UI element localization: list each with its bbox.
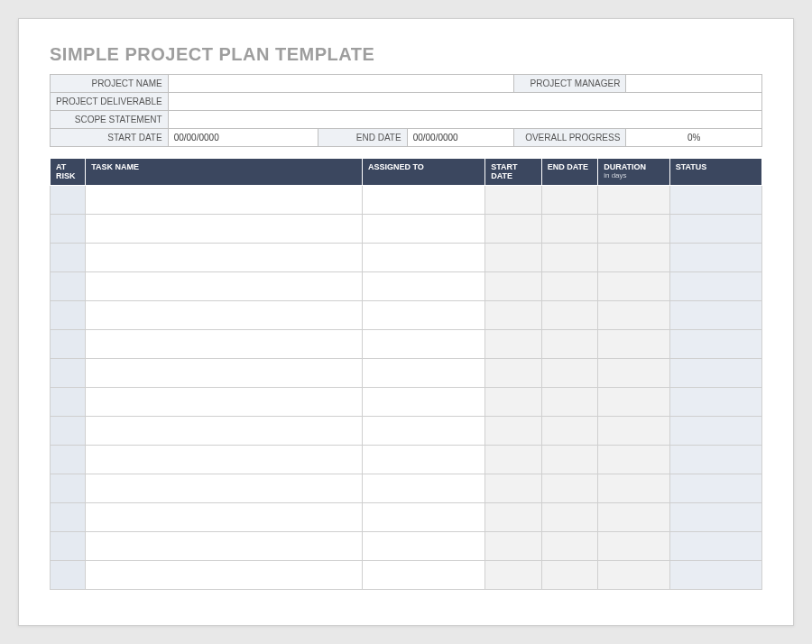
task-name-cell[interactable] — [86, 503, 363, 532]
task-name-cell[interactable] — [86, 186, 363, 215]
assigned-to-cell[interactable] — [362, 388, 484, 417]
start-date-cell[interactable] — [485, 359, 541, 388]
status-cell[interactable] — [669, 446, 761, 474]
task-name-cell[interactable] — [86, 417, 363, 446]
status-cell[interactable] — [669, 417, 761, 446]
at-risk-cell[interactable] — [51, 446, 86, 474]
start-date-cell[interactable] — [485, 186, 541, 215]
project-manager-field[interactable] — [626, 75, 762, 93]
duration-cell[interactable] — [598, 503, 670, 532]
task-name-cell[interactable] — [86, 388, 363, 417]
at-risk-cell[interactable] — [51, 244, 86, 272]
status-cell[interactable] — [669, 359, 761, 388]
status-cell[interactable] — [669, 330, 761, 359]
assigned-to-cell[interactable] — [362, 186, 484, 215]
at-risk-cell[interactable] — [51, 301, 86, 330]
end-date-field[interactable]: 00/00/0000 — [407, 129, 513, 147]
duration-cell[interactable] — [598, 561, 670, 590]
task-name-cell[interactable] — [86, 215, 363, 244]
start-date-field[interactable]: 00/00/0000 — [168, 129, 318, 147]
end-date-cell[interactable] — [541, 359, 597, 388]
task-name-cell[interactable] — [86, 272, 363, 301]
start-date-cell[interactable] — [485, 272, 541, 301]
assigned-to-cell[interactable] — [362, 215, 484, 244]
start-date-cell[interactable] — [485, 561, 541, 590]
duration-cell[interactable] — [598, 215, 670, 244]
at-risk-cell[interactable] — [51, 359, 86, 388]
duration-cell[interactable] — [598, 301, 670, 330]
status-cell[interactable] — [669, 244, 761, 272]
task-name-cell[interactable] — [86, 532, 363, 561]
task-name-cell[interactable] — [86, 561, 363, 590]
status-cell[interactable] — [669, 186, 761, 215]
duration-cell[interactable] — [598, 186, 670, 215]
at-risk-cell[interactable] — [51, 561, 86, 590]
end-date-cell[interactable] — [541, 561, 597, 590]
end-date-cell[interactable] — [541, 446, 597, 474]
task-name-cell[interactable] — [86, 330, 363, 359]
end-date-cell[interactable] — [541, 244, 597, 272]
task-name-cell[interactable] — [86, 244, 363, 272]
assigned-to-cell[interactable] — [362, 359, 484, 388]
end-date-cell[interactable] — [541, 503, 597, 532]
task-name-cell[interactable] — [86, 301, 363, 330]
task-name-cell[interactable] — [86, 446, 363, 474]
status-cell[interactable] — [669, 503, 761, 532]
assigned-to-cell[interactable] — [362, 417, 484, 446]
start-date-cell[interactable] — [485, 417, 541, 446]
status-cell[interactable] — [669, 388, 761, 417]
duration-cell[interactable] — [598, 474, 670, 503]
duration-cell[interactable] — [598, 446, 670, 474]
at-risk-cell[interactable] — [51, 417, 86, 446]
assigned-to-cell[interactable] — [362, 561, 484, 590]
overall-progress-field[interactable]: 0% — [626, 129, 762, 147]
at-risk-cell[interactable] — [51, 330, 86, 359]
at-risk-cell[interactable] — [51, 474, 86, 503]
start-date-cell[interactable] — [485, 474, 541, 503]
at-risk-cell[interactable] — [51, 272, 86, 301]
at-risk-cell[interactable] — [51, 186, 86, 215]
end-date-cell[interactable] — [541, 532, 597, 561]
end-date-cell[interactable] — [541, 186, 597, 215]
at-risk-cell[interactable] — [51, 503, 86, 532]
status-cell[interactable] — [669, 474, 761, 503]
end-date-cell[interactable] — [541, 388, 597, 417]
start-date-cell[interactable] — [485, 446, 541, 474]
status-cell[interactable] — [669, 561, 761, 590]
project-name-field[interactable] — [168, 75, 513, 93]
status-cell[interactable] — [669, 215, 761, 244]
status-cell[interactable] — [669, 272, 761, 301]
end-date-cell[interactable] — [541, 215, 597, 244]
scope-field[interactable] — [168, 111, 761, 129]
duration-cell[interactable] — [598, 417, 670, 446]
assigned-to-cell[interactable] — [362, 474, 484, 503]
deliverable-field[interactable] — [168, 93, 761, 111]
start-date-cell[interactable] — [485, 301, 541, 330]
at-risk-cell[interactable] — [51, 215, 86, 244]
at-risk-cell[interactable] — [51, 532, 86, 561]
start-date-cell[interactable] — [485, 503, 541, 532]
duration-cell[interactable] — [598, 388, 670, 417]
assigned-to-cell[interactable] — [362, 503, 484, 532]
task-name-cell[interactable] — [86, 474, 363, 503]
duration-cell[interactable] — [598, 272, 670, 301]
end-date-cell[interactable] — [541, 474, 597, 503]
end-date-cell[interactable] — [541, 301, 597, 330]
duration-cell[interactable] — [598, 330, 670, 359]
duration-cell[interactable] — [598, 244, 670, 272]
end-date-cell[interactable] — [541, 330, 597, 359]
start-date-cell[interactable] — [485, 388, 541, 417]
status-cell[interactable] — [669, 301, 761, 330]
start-date-cell[interactable] — [485, 532, 541, 561]
assigned-to-cell[interactable] — [362, 301, 484, 330]
start-date-cell[interactable] — [485, 215, 541, 244]
assigned-to-cell[interactable] — [362, 244, 484, 272]
at-risk-cell[interactable] — [51, 388, 86, 417]
duration-cell[interactable] — [598, 359, 670, 388]
assigned-to-cell[interactable] — [362, 532, 484, 561]
end-date-cell[interactable] — [541, 417, 597, 446]
task-name-cell[interactable] — [86, 359, 363, 388]
assigned-to-cell[interactable] — [362, 272, 484, 301]
duration-cell[interactable] — [598, 532, 670, 561]
assigned-to-cell[interactable] — [362, 330, 484, 359]
